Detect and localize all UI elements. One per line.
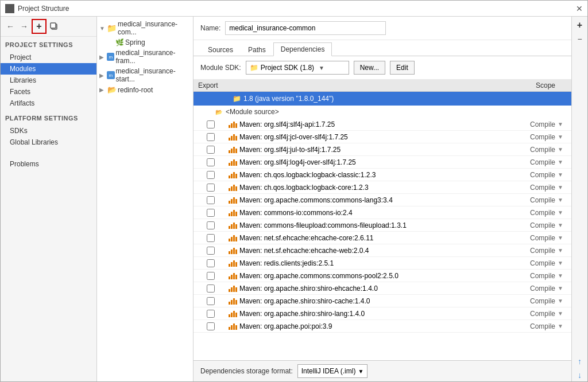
module-icon: m xyxy=(107,53,114,61)
dep-icon xyxy=(228,120,237,129)
storage-format-value: IntelliJ IDEA (.iml) xyxy=(301,367,356,375)
tree-item-label: medical_insurance-start... xyxy=(116,67,191,83)
copy-button[interactable] xyxy=(48,20,60,33)
sdk-select[interactable]: 📁 Project SDK (1.8) ▼ xyxy=(246,61,349,75)
close-button[interactable]: ✕ xyxy=(576,4,583,13)
dep-icon xyxy=(228,259,237,268)
new-button[interactable]: New... xyxy=(354,61,385,75)
table-row[interactable]: Maven: org.slf4j:jcl-over-slf4j:1.7.25 C… xyxy=(194,131,571,143)
export-checkbox[interactable] xyxy=(207,221,215,229)
storage-format-select[interactable]: IntelliJ IDEA (.iml) ▼ xyxy=(297,364,368,378)
export-checkbox[interactable] xyxy=(207,196,215,204)
sidebar-item-facets[interactable]: Facets xyxy=(1,86,96,98)
table-row[interactable]: Maven: commons-fileupload:commons-fileup… xyxy=(194,219,571,232)
name-input[interactable]: medical_insurance-common xyxy=(225,21,386,35)
scope-arrow[interactable]: ▼ xyxy=(558,134,567,140)
export-checkbox[interactable] xyxy=(207,322,215,330)
table-row[interactable]: Maven: redis.clients:jedis:2.5.1 Compile… xyxy=(194,257,571,270)
sidebar-item-project[interactable]: Project xyxy=(1,52,96,63)
table-row[interactable]: Maven: org.apache.shiro:shiro-cache:1.4.… xyxy=(194,295,571,307)
sdk-dep-row[interactable]: 📁 1.8 (java version "1.8.0_144") xyxy=(194,92,571,106)
export-checkbox[interactable] xyxy=(207,297,215,305)
scope-arrow[interactable]: ▼ xyxy=(558,323,567,329)
expand-arrow: ▼ xyxy=(99,25,107,32)
export-checkbox[interactable] xyxy=(207,146,215,154)
module-source-row[interactable]: 📂 <Module source> xyxy=(194,106,571,118)
scope-arrow[interactable]: ▼ xyxy=(558,159,567,165)
scope-arrow[interactable]: ▼ xyxy=(558,235,567,241)
remove-dep-button[interactable]: − xyxy=(574,33,586,45)
export-cell xyxy=(198,158,228,166)
sidebar-item-problems[interactable]: Problems xyxy=(1,158,96,170)
export-checkbox[interactable] xyxy=(207,284,215,293)
export-cell xyxy=(198,272,228,280)
sdk-dep-name: 1.8 (java version "1.8.0_144") xyxy=(243,95,567,103)
export-checkbox[interactable] xyxy=(207,272,215,280)
table-row[interactable]: Maven: org.slf4j:slf4j-api:1.7.25 Compil… xyxy=(194,118,571,131)
tree-item-insurance-framework[interactable]: ▶ m medical_insurance-fram... xyxy=(97,48,193,66)
scope-arrow[interactable]: ▼ xyxy=(558,260,567,266)
tree-item-insurance-common[interactable]: ▼ 📁 medical_insurance-com... xyxy=(97,19,193,37)
folder-icon-blue: 📂 xyxy=(107,85,117,94)
scope-arrow[interactable]: ▼ xyxy=(558,222,567,228)
dep-scope: Compile xyxy=(506,221,558,229)
export-cell xyxy=(198,120,228,128)
scope-arrow[interactable]: ▼ xyxy=(558,146,567,153)
sidebar-item-libraries[interactable]: Libraries xyxy=(1,75,96,86)
tree-item-spring[interactable]: 🌿 Spring xyxy=(97,37,193,48)
table-row[interactable]: Maven: org.apache.commons:commons-lang3:… xyxy=(194,194,571,206)
table-row[interactable]: Maven: commons-io:commons-io:2.4 Compile… xyxy=(194,206,571,219)
back-button[interactable]: ← xyxy=(4,20,17,33)
tab-sources[interactable]: Sources xyxy=(200,43,241,56)
export-checkbox[interactable] xyxy=(207,259,215,267)
sidebar-item-modules[interactable]: Modules xyxy=(1,63,96,75)
move-down-button[interactable]: ↓ xyxy=(574,369,586,381)
table-row[interactable]: Maven: org.slf4j:log4j-over-slf4j:1.7.25… xyxy=(194,156,571,169)
forward-button[interactable]: → xyxy=(18,20,30,33)
tab-dependencies[interactable]: Dependencies xyxy=(273,42,332,56)
export-checkbox[interactable] xyxy=(207,158,215,166)
export-checkbox[interactable] xyxy=(207,171,215,179)
scope-arrow[interactable]: ▼ xyxy=(558,197,567,203)
sidebar-item-global-libraries[interactable]: Global Libraries xyxy=(1,137,96,148)
edit-button[interactable]: Edit xyxy=(390,61,415,75)
name-label: Name: xyxy=(200,24,220,32)
tab-paths[interactable]: Paths xyxy=(241,43,273,56)
table-row[interactable]: Maven: org.slf4j:jul-to-slf4j:1.7.25 Com… xyxy=(194,143,571,156)
scope-arrow[interactable]: ▼ xyxy=(558,285,567,291)
scope-arrow[interactable]: ▼ xyxy=(558,272,567,279)
export-checkbox[interactable] xyxy=(207,184,215,192)
add-module-button[interactable]: + xyxy=(32,19,47,34)
scope-arrow[interactable]: ▼ xyxy=(558,310,567,317)
scope-arrow[interactable]: ▼ xyxy=(558,121,567,127)
table-row[interactable]: Maven: net.sf.ehcache:ehcache-core:2.6.1… xyxy=(194,232,571,244)
table-row[interactable]: Maven: net.sf.ehcache:ehcache-web:2.0.4 … xyxy=(194,244,571,257)
table-row[interactable]: Maven: org.apache.commons:commons-pool2:… xyxy=(194,270,571,282)
scope-arrow[interactable]: ▼ xyxy=(558,247,567,254)
sidebar-item-sdks[interactable]: SDKs xyxy=(1,125,96,137)
table-row[interactable]: Maven: org.apache.shiro:shiro-ehcache:1.… xyxy=(194,282,571,295)
tree-item-redinfo-root[interactable]: ▶ 📂 redinfo-root xyxy=(97,84,193,95)
dependencies-table: Export Scope 📁 1.8 (java version "1.8.0_… xyxy=(194,80,571,360)
scope-arrow[interactable]: ▼ xyxy=(558,171,567,178)
tree-item-insurance-start[interactable]: ▶ m medical_insurance-start... xyxy=(97,66,193,84)
add-dep-button[interactable]: + xyxy=(574,19,586,32)
scope-arrow[interactable]: ▼ xyxy=(558,209,567,216)
table-row[interactable]: Maven: org.apache.shiro:shiro-lang:1.4.0… xyxy=(194,307,571,320)
export-checkbox[interactable] xyxy=(207,234,215,242)
export-checkbox[interactable] xyxy=(207,247,215,255)
scope-arrow[interactable]: ▼ xyxy=(558,184,567,190)
table-row[interactable]: Maven: org.apache.poi:poi:3.9 Compile ▼ xyxy=(194,320,571,333)
export-checkbox[interactable] xyxy=(207,120,215,128)
move-up-button[interactable]: ↑ xyxy=(574,355,586,368)
sidebar-item-artifacts[interactable]: Artifacts xyxy=(1,98,96,109)
scope-arrow[interactable]: ▼ xyxy=(558,298,567,304)
dep-icon xyxy=(228,322,237,331)
table-row[interactable]: Maven: ch.qos.logback:logback-classic:1.… xyxy=(194,169,571,181)
export-checkbox[interactable] xyxy=(207,209,215,217)
export-checkbox[interactable] xyxy=(207,310,215,318)
dep-name: Maven: commons-io:commons-io:2.4 xyxy=(239,209,506,217)
table-row[interactable]: Maven: ch.qos.logback:logback-core:1.2.3… xyxy=(194,181,571,194)
export-checkbox[interactable] xyxy=(207,133,215,141)
svg-rect-0 xyxy=(6,5,13,12)
